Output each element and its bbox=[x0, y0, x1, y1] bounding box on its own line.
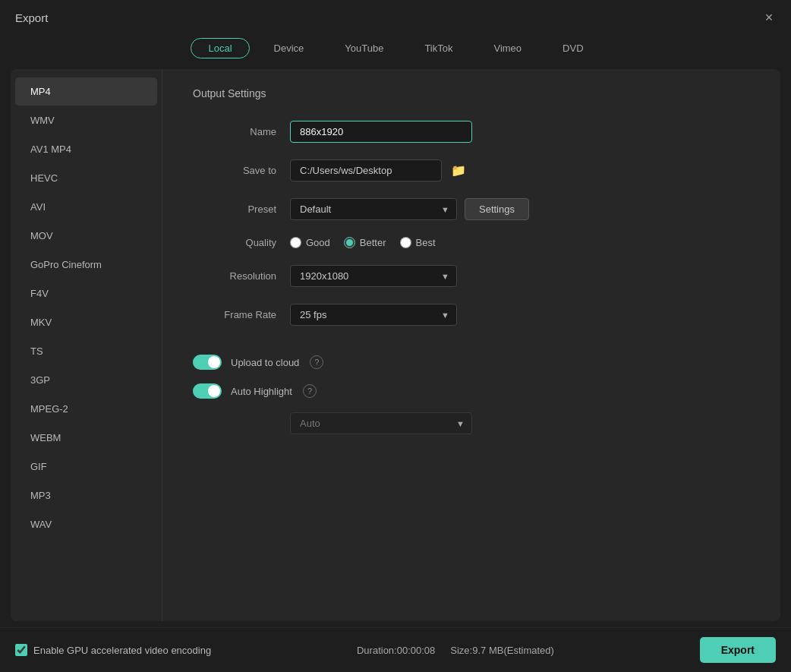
format-list: MP4 WMV AV1 MP4 HEVC AVI MOV GoPro Cinef… bbox=[11, 69, 162, 621]
upload-cloud-label: Upload to cloud bbox=[231, 357, 299, 368]
preset-row: Preset Default ▼ Settings bbox=[193, 198, 750, 220]
auto-highlight-toggle[interactable] bbox=[193, 383, 222, 399]
quality-better-radio[interactable] bbox=[344, 237, 355, 248]
settings-panel: Output Settings Name Save to 📁 Preset bbox=[162, 69, 780, 621]
save-to-path[interactable] bbox=[290, 159, 442, 181]
quality-better-option[interactable]: Better bbox=[344, 237, 386, 248]
preset-controls: Default ▼ Settings bbox=[290, 198, 529, 220]
auto-select[interactable]: Auto bbox=[290, 412, 472, 434]
close-button[interactable]: × bbox=[762, 11, 776, 24]
format-3gp[interactable]: 3GP bbox=[15, 366, 157, 394]
auto-select-wrap: Auto ▼ bbox=[290, 412, 750, 434]
quality-best-option[interactable]: Best bbox=[400, 237, 436, 248]
preset-select-wrap: Default ▼ bbox=[290, 198, 457, 220]
tab-vimeo[interactable]: Vimeo bbox=[477, 38, 538, 58]
quality-good-radio[interactable] bbox=[290, 237, 301, 248]
upload-cloud-help-icon[interactable]: ? bbox=[310, 355, 323, 369]
main-content: MP4 WMV AV1 MP4 HEVC AVI MOV GoPro Cinef… bbox=[11, 69, 780, 621]
quality-good-label: Good bbox=[306, 237, 330, 248]
format-f4v[interactable]: F4V bbox=[15, 279, 157, 308]
name-label: Name bbox=[193, 126, 276, 137]
format-mpeg2[interactable]: MPEG-2 bbox=[15, 395, 157, 423]
export-window: Export × Local Device YouTube TikTok Vim… bbox=[0, 0, 791, 672]
format-av1mp4[interactable]: AV1 MP4 bbox=[15, 135, 157, 163]
auto-select-outer: Auto ▼ bbox=[290, 412, 472, 434]
preset-select[interactable]: Default bbox=[290, 198, 457, 220]
format-mkv[interactable]: MKV bbox=[15, 308, 157, 336]
quality-better-label: Better bbox=[360, 237, 386, 248]
format-mp4[interactable]: MP4 bbox=[15, 77, 157, 106]
title-bar: Export × bbox=[0, 0, 791, 32]
resolution-select[interactable]: 1920x1080 bbox=[290, 265, 457, 287]
frame-rate-select-wrap: 25 fps ▼ bbox=[290, 304, 457, 326]
upload-cloud-knob bbox=[208, 356, 220, 368]
duration-label: Duration:00:00:08 bbox=[357, 645, 435, 656]
save-to-label: Save to bbox=[193, 165, 276, 176]
tab-youtube[interactable]: YouTube bbox=[328, 38, 400, 58]
quality-row: Quality Good Better Best bbox=[193, 237, 750, 248]
format-mp3[interactable]: MP3 bbox=[15, 481, 157, 510]
quality-best-radio[interactable] bbox=[400, 237, 411, 248]
quality-label: Quality bbox=[193, 237, 276, 248]
upload-cloud-toggle-wrap: Upload to cloud bbox=[193, 355, 299, 370]
format-wmv[interactable]: WMV bbox=[15, 106, 157, 134]
auto-highlight-row: Auto Highlight ? bbox=[193, 383, 750, 399]
format-webm[interactable]: WEBM bbox=[15, 424, 157, 452]
auto-highlight-knob bbox=[208, 385, 220, 397]
format-hevc[interactable]: HEVC bbox=[15, 164, 157, 192]
quality-best-label: Best bbox=[416, 237, 436, 248]
tab-device[interactable]: Device bbox=[257, 38, 321, 58]
gpu-checkbox[interactable] bbox=[15, 644, 27, 656]
format-avi[interactable]: AVI bbox=[15, 193, 157, 221]
auto-highlight-help-icon[interactable]: ? bbox=[303, 384, 317, 398]
name-row: Name bbox=[193, 121, 750, 143]
resolution-select-wrap: 1920x1080 ▼ bbox=[290, 265, 457, 287]
window-title: Export bbox=[15, 11, 48, 24]
save-to-controls: 📁 bbox=[290, 159, 469, 181]
resolution-label: Resolution bbox=[193, 270, 276, 282]
quality-options: Good Better Best bbox=[290, 237, 436, 248]
tab-local[interactable]: Local bbox=[191, 38, 249, 58]
tab-tiktok[interactable]: TikTok bbox=[408, 38, 469, 58]
format-mov[interactable]: MOV bbox=[15, 222, 157, 250]
frame-rate-label: Frame Rate bbox=[193, 309, 276, 320]
tab-bar: Local Device YouTube TikTok Vimeo DVD bbox=[0, 32, 791, 69]
format-ts[interactable]: TS bbox=[15, 337, 157, 365]
auto-highlight-label: Auto Highlight bbox=[231, 386, 292, 397]
gpu-label: Enable GPU accelerated video encoding bbox=[33, 645, 211, 656]
preset-label: Preset bbox=[193, 203, 276, 215]
size-label: Size:9.7 MB(Estimated) bbox=[450, 645, 554, 656]
quality-good-option[interactable]: Good bbox=[290, 237, 330, 248]
save-to-row: Save to 📁 bbox=[193, 159, 750, 181]
upload-cloud-toggle[interactable] bbox=[193, 355, 222, 370]
settings-button[interactable]: Settings bbox=[465, 198, 529, 220]
format-wav[interactable]: WAV bbox=[15, 510, 157, 538]
output-settings-title: Output Settings bbox=[193, 87, 750, 99]
export-button[interactable]: Export bbox=[700, 637, 776, 663]
upload-cloud-row: Upload to cloud ? bbox=[193, 355, 750, 370]
gpu-check-row: Enable GPU accelerated video encoding bbox=[15, 644, 211, 656]
frame-rate-select[interactable]: 25 fps bbox=[290, 304, 457, 326]
resolution-row: Resolution 1920x1080 ▼ bbox=[193, 265, 750, 287]
folder-button[interactable]: 📁 bbox=[448, 160, 469, 181]
tab-dvd[interactable]: DVD bbox=[546, 38, 600, 58]
name-input[interactable] bbox=[290, 121, 472, 143]
auto-highlight-toggle-wrap: Auto Highlight bbox=[193, 383, 292, 399]
frame-rate-row: Frame Rate 25 fps ▼ bbox=[193, 304, 750, 326]
format-gopro[interactable]: GoPro Cineform bbox=[15, 251, 157, 279]
bottom-bar: Enable GPU accelerated video encoding Du… bbox=[0, 627, 791, 672]
bottom-info: Duration:00:00:08 Size:9.7 MB(Estimated) bbox=[357, 645, 554, 656]
format-gif[interactable]: GIF bbox=[15, 453, 157, 481]
